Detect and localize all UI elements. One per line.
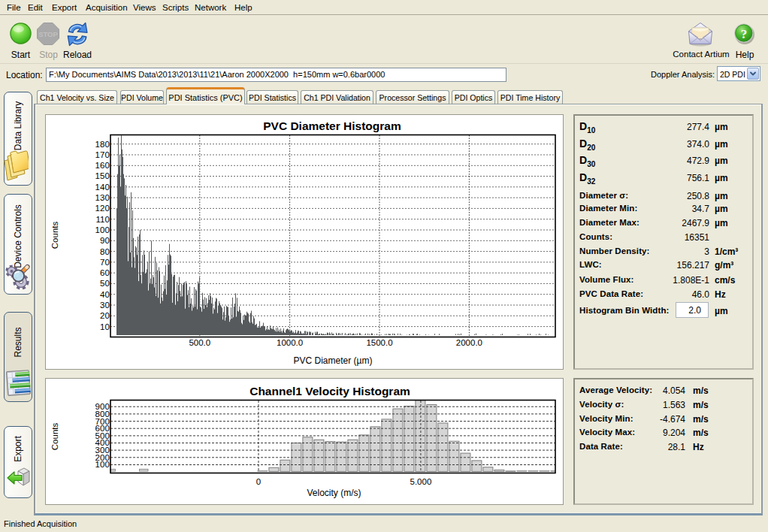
svg-text:PVC Diameter (µm): PVC Diameter (µm) <box>294 355 373 366</box>
svg-text:140: 140 <box>95 183 110 192</box>
svg-text:10: 10 <box>100 322 110 331</box>
svg-text:170: 170 <box>95 150 110 159</box>
svg-text:Counts: Counts <box>50 222 59 249</box>
svg-text:STOP: STOP <box>38 30 58 38</box>
svg-text:110: 110 <box>95 215 109 224</box>
svg-text:900: 900 <box>95 402 110 411</box>
svg-text:150: 150 <box>95 171 110 180</box>
svg-text:20: 20 <box>100 311 110 320</box>
svg-text:160: 160 <box>95 161 110 170</box>
svg-text:120: 120 <box>95 204 110 213</box>
svg-text:80: 80 <box>100 247 110 256</box>
svg-text:?: ? <box>741 27 748 41</box>
svg-text:5.000: 5.000 <box>410 477 432 486</box>
svg-text:130: 130 <box>95 193 110 202</box>
svg-text:Channel1 Velocity Histogram: Channel1 Velocity Histogram <box>249 385 410 397</box>
svg-text:2000.0: 2000.0 <box>456 338 482 347</box>
svg-text:70: 70 <box>100 258 110 267</box>
svg-text:Counts: Counts <box>50 423 59 451</box>
svg-text:40: 40 <box>100 290 110 299</box>
svg-text:1000.0: 1000.0 <box>277 338 303 347</box>
svg-text:60: 60 <box>100 268 110 277</box>
svg-text:PVC Diameter Histogram: PVC Diameter Histogram <box>263 119 401 132</box>
svg-text:Velocity (m/s): Velocity (m/s) <box>307 488 361 498</box>
svg-text:0: 0 <box>256 477 261 486</box>
svg-text:180: 180 <box>95 140 110 149</box>
svg-text:90: 90 <box>100 236 110 245</box>
svg-text:50: 50 <box>100 279 110 288</box>
svg-text:500.0: 500.0 <box>189 338 210 347</box>
svg-text:100: 100 <box>95 225 110 234</box>
svg-text:30: 30 <box>100 301 110 310</box>
svg-text:1500.0: 1500.0 <box>366 338 392 347</box>
